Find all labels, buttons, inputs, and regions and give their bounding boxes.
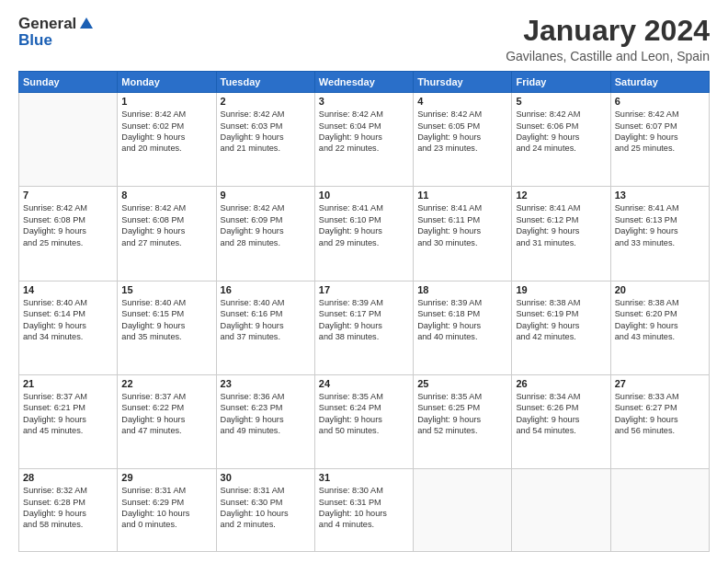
table-cell: 9 Sunrise: 8:42 AMSunset: 6:09 PMDayligh…	[216, 187, 314, 281]
col-tuesday: Tuesday	[216, 72, 314, 93]
table-row: 14 Sunrise: 8:40 AMSunset: 6:14 PMDaylig…	[19, 281, 710, 374]
table-cell: 5 Sunrise: 8:42 AMSunset: 6:06 PMDayligh…	[512, 93, 610, 187]
table-cell: 19 Sunrise: 8:38 AMSunset: 6:19 PMDaylig…	[512, 281, 610, 374]
table-cell: 1 Sunrise: 8:42 AMSunset: 6:02 PMDayligh…	[118, 93, 216, 187]
table-cell	[610, 469, 709, 552]
table-row: 28 Sunrise: 8:32 AMSunset: 6:28 PMDaylig…	[19, 469, 710, 552]
col-friday: Friday	[512, 72, 610, 93]
table-row: 7 Sunrise: 8:42 AMSunset: 6:08 PMDayligh…	[19, 187, 710, 281]
table-cell: 28 Sunrise: 8:32 AMSunset: 6:28 PMDaylig…	[19, 469, 118, 552]
logo-blue: Blue	[18, 31, 52, 50]
table-cell: 23 Sunrise: 8:36 AMSunset: 6:23 PMDaylig…	[216, 374, 314, 468]
table-cell: 12 Sunrise: 8:41 AMSunset: 6:12 PMDaylig…	[512, 187, 610, 281]
table-cell: 26 Sunrise: 8:34 AMSunset: 6:26 PMDaylig…	[512, 374, 610, 468]
table-cell: 22 Sunrise: 8:37 AMSunset: 6:22 PMDaylig…	[118, 374, 216, 468]
col-monday: Monday	[118, 72, 216, 93]
table-cell: 2 Sunrise: 8:42 AMSunset: 6:03 PMDayligh…	[216, 93, 314, 187]
col-sunday: Sunday	[19, 72, 118, 93]
col-wednesday: Wednesday	[314, 72, 413, 93]
table-cell: 8 Sunrise: 8:42 AMSunset: 6:08 PMDayligh…	[118, 187, 216, 281]
table-cell: 11 Sunrise: 8:41 AMSunset: 6:11 PMDaylig…	[414, 187, 512, 281]
logo-general: General	[18, 15, 76, 33]
logo: General Blue	[18, 15, 95, 50]
table-cell: 17 Sunrise: 8:39 AMSunset: 6:17 PMDaylig…	[314, 281, 413, 374]
table-cell: 18 Sunrise: 8:39 AMSunset: 6:18 PMDaylig…	[414, 281, 512, 374]
table-cell: 13 Sunrise: 8:41 AMSunset: 6:13 PMDaylig…	[610, 187, 709, 281]
logo-icon	[78, 16, 95, 32]
table-cell: 3 Sunrise: 8:42 AMSunset: 6:04 PMDayligh…	[314, 93, 413, 187]
table-cell: 16 Sunrise: 8:40 AMSunset: 6:16 PMDaylig…	[216, 281, 314, 374]
table-cell: 29 Sunrise: 8:31 AMSunset: 6:29 PMDaylig…	[118, 469, 216, 552]
table-cell	[512, 469, 610, 552]
table-cell	[19, 93, 118, 187]
table-cell: 21 Sunrise: 8:37 AMSunset: 6:21 PMDaylig…	[19, 374, 118, 468]
table-cell: 6 Sunrise: 8:42 AMSunset: 6:07 PMDayligh…	[610, 93, 709, 187]
col-thursday: Thursday	[414, 72, 512, 93]
table-cell: 7 Sunrise: 8:42 AMSunset: 6:08 PMDayligh…	[19, 187, 118, 281]
table-cell: 10 Sunrise: 8:41 AMSunset: 6:10 PMDaylig…	[314, 187, 413, 281]
col-saturday: Saturday	[610, 72, 709, 93]
title-block: January 2024 Gavilanes, Castille and Leo…	[506, 15, 710, 63]
table-cell: 27 Sunrise: 8:33 AMSunset: 6:27 PMDaylig…	[610, 374, 709, 468]
table-cell: 4 Sunrise: 8:42 AMSunset: 6:05 PMDayligh…	[414, 93, 512, 187]
table-cell: 15 Sunrise: 8:40 AMSunset: 6:15 PMDaylig…	[118, 281, 216, 374]
table-cell	[414, 469, 512, 552]
table-row: 1 Sunrise: 8:42 AMSunset: 6:02 PMDayligh…	[19, 93, 710, 187]
table-cell: 25 Sunrise: 8:35 AMSunset: 6:25 PMDaylig…	[414, 374, 512, 468]
table-row: 21 Sunrise: 8:37 AMSunset: 6:21 PMDaylig…	[19, 374, 710, 468]
table-cell: 24 Sunrise: 8:35 AMSunset: 6:24 PMDaylig…	[314, 374, 413, 468]
header: General Blue January 2024 Gavilanes, Cas…	[18, 15, 710, 63]
table-cell: 20 Sunrise: 8:38 AMSunset: 6:20 PMDaylig…	[610, 281, 709, 374]
svg-marker-0	[80, 17, 93, 29]
table-cell: 14 Sunrise: 8:40 AMSunset: 6:14 PMDaylig…	[19, 281, 118, 374]
location-title: Gavilanes, Castille and Leon, Spain	[506, 49, 710, 63]
calendar-page: General Blue January 2024 Gavilanes, Cas…	[0, 0, 728, 563]
table-cell: 30 Sunrise: 8:31 AMSunset: 6:30 PMDaylig…	[216, 469, 314, 552]
table-cell: 31 Sunrise: 8:30 AMSunset: 6:31 PMDaylig…	[314, 469, 413, 552]
month-title: January 2024	[506, 15, 710, 47]
calendar-table: Sunday Monday Tuesday Wednesday Thursday…	[18, 71, 710, 552]
